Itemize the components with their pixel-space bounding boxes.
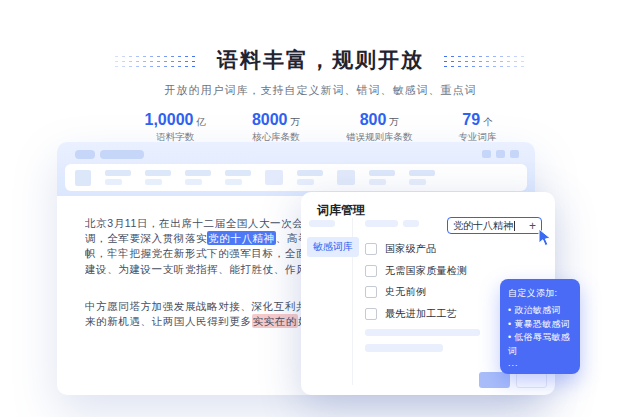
stat-item: 800万错误规则库条数 — [346, 111, 413, 144]
panel-skeleton — [365, 329, 480, 336]
browser-tab-pill — [100, 150, 144, 159]
add-word-input[interactable]: 党的十八精神 + — [447, 217, 542, 234]
stats-row: 1,0000亿语料字数8000万核心库条数800万错误规则库条数79个专业词库 — [0, 111, 641, 144]
checkbox-icon[interactable] — [365, 286, 377, 298]
tooltip-item: 政治敏感词 — [508, 304, 572, 318]
panel-footer — [479, 372, 547, 388]
panel-skeleton — [365, 344, 443, 352]
word-checkbox-row[interactable]: 无需国家质量检测 — [365, 260, 467, 282]
dots-decoration-right — [442, 54, 528, 67]
tooltip-item: 低俗辱骂敏感词 — [508, 331, 572, 358]
tooltip-list: 政治敏感词黄暴恐敏感词低俗辱骂敏感词 — [508, 304, 572, 358]
text-caret — [514, 221, 515, 231]
hero: 语料丰富，规则开放 开放的用户词库，支持自定义新词、错词、敏感词、重点词 1,0… — [0, 0, 641, 144]
highlighted-word[interactable]: 党的十八精神 — [207, 231, 276, 245]
page-subtitle: 开放的用户词库，支持自定义新词、错词、敏感词、重点词 — [0, 83, 641, 98]
toolbar-skeleton — [65, 164, 527, 191]
dots-decoration-left — [113, 54, 199, 67]
checkbox-list: 国家级产品无需国家质量检测史无前例最先进加工工艺 — [365, 238, 467, 325]
page-title: 语料丰富，规则开放 — [217, 46, 424, 74]
add-word-input-value: 党的十八精神 — [453, 219, 513, 233]
tooltip-item: 黄暴恐敏感词 — [508, 318, 572, 332]
confirm-button[interactable] — [479, 372, 510, 388]
main-skeleton — [365, 220, 398, 227]
add-word-button[interactable]: + — [529, 220, 536, 232]
word-checkbox-row[interactable]: 国家级产品 — [365, 238, 467, 260]
checkbox-icon[interactable] — [365, 308, 377, 320]
main-skeleton — [403, 220, 419, 227]
tooltip-title: 自定义添加: — [508, 287, 572, 300]
word-checkbox-row[interactable]: 史无前例 — [365, 282, 467, 304]
word-checkbox-row[interactable]: 最先进加工工艺 — [365, 303, 467, 325]
highlighted-word[interactable]: 实实在的 — [252, 314, 298, 328]
checkbox-label: 史无前例 — [385, 285, 426, 299]
checkbox-label: 国家级产品 — [385, 242, 437, 256]
title-row: 语料丰富，规则开放 — [0, 46, 641, 74]
feature-section: 语料丰富，规则开放 开放的用户词库，支持自定义新词、错词、敏感词、重点词 1,0… — [0, 0, 641, 417]
sidebar-skeleton — [309, 220, 335, 227]
checkbox-icon[interactable] — [365, 243, 377, 255]
cancel-button[interactable] — [516, 372, 547, 388]
stat-item: 1,0000亿语料字数 — [144, 111, 205, 144]
stat-item: 8000万核心库条数 — [252, 111, 300, 144]
custom-add-tooltip: 自定义添加: 政治敏感词黄暴恐敏感词低俗辱骂敏感词 ... — [500, 279, 580, 374]
checkbox-label: 无需国家质量检测 — [385, 264, 467, 278]
cursor-icon — [538, 229, 553, 251]
sensitive-library-tab[interactable]: 敏感词库 — [307, 237, 359, 257]
window-controls-icon — [482, 150, 519, 158]
tooltip-more: ... — [508, 358, 572, 368]
checkbox-label: 最先进加工工艺 — [385, 307, 457, 321]
checkbox-icon[interactable] — [365, 265, 377, 277]
browser-tab-pill — [75, 150, 95, 159]
stat-item: 79个专业词库 — [459, 111, 497, 144]
panel-title: 词库管理 — [317, 202, 365, 219]
browser-header — [57, 142, 535, 196]
